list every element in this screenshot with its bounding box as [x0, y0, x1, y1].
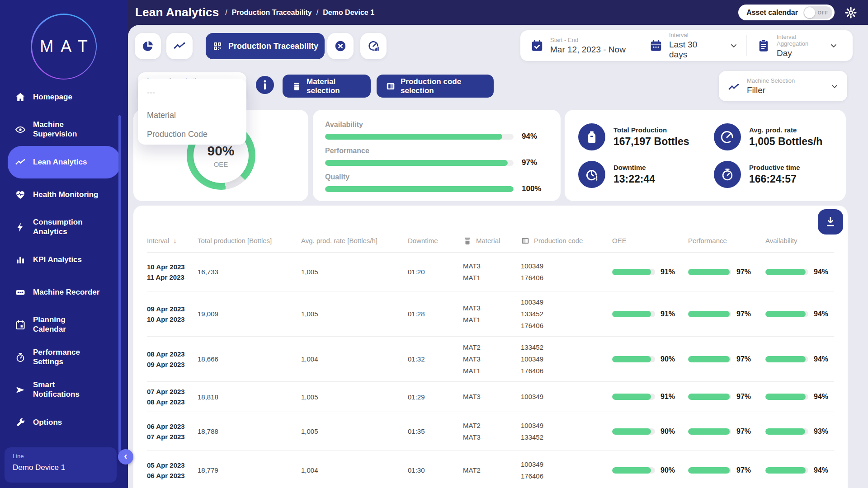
interval-aggregation-control[interactable]: Interval Aggregation Day: [746, 35, 853, 56]
traceability-table-card: Interval↓Total production [Bottles]Avg. …: [133, 206, 848, 488]
sidebar-item-lean-analytics[interactable]: Lean Analytics: [8, 146, 120, 178]
cell-availability-percent: 94%: [814, 466, 828, 474]
sidebar-item-smart-notifications[interactable]: Smart Notifications: [8, 374, 120, 406]
cell-oee-fill: [612, 311, 651, 317]
cell-oee-fill: [612, 467, 651, 474]
topbar-right: Asset calendar OFF: [738, 5, 857, 20]
sidebar-item-health-monitoring[interactable]: Health Monitoring: [8, 178, 120, 211]
production-code-value: 100349: [521, 296, 612, 308]
production-code-selection-button[interactable]: Production code selection: [377, 75, 494, 98]
home-icon: [15, 92, 26, 103]
date-controls-card: Start - End Mar 12, 2023 - Now Interval …: [520, 30, 853, 61]
oee-value: 90%: [207, 143, 234, 159]
cell-performance: 97%: [688, 393, 765, 401]
calendar-check-icon: [530, 39, 544, 52]
interval-aggregation-label: Interval Aggregation: [777, 33, 823, 47]
close-view-button[interactable]: [327, 33, 354, 59]
sidebar-item-label: KPI Analytics: [33, 255, 82, 265]
cell-availability: 94%: [765, 355, 834, 363]
column-header-oee: OEE: [612, 237, 688, 244]
cell-total-production: 18,779: [198, 466, 301, 474]
sidebar-item-label: Planning Calendar: [33, 315, 66, 334]
cell-performance-fill: [688, 356, 730, 362]
cell-availability-fill: [765, 269, 806, 275]
clipboard-icon: [757, 39, 770, 52]
sidebar-collapse-button[interactable]: ‹: [118, 449, 133, 465]
breadcrumb-item-section[interactable]: Production Traceability: [232, 9, 312, 17]
column-header-label: Interval: [147, 237, 169, 244]
cell-performance: 97%: [688, 427, 765, 436]
download-button[interactable]: [818, 209, 843, 235]
cell-performance-fill: [688, 394, 730, 400]
sidebar-item-machine-recorder[interactable]: Machine Recorder: [8, 276, 120, 309]
pie-view-button[interactable]: [135, 33, 161, 59]
kpi-stat-value: 166:24:57: [749, 173, 800, 185]
sidebar-item-options[interactable]: Options: [8, 406, 120, 439]
cell-performance-percent: 97%: [736, 310, 751, 318]
material-value: MAT1: [463, 365, 521, 377]
send-icon: [15, 385, 26, 395]
sidebar-item-homepage[interactable]: Homepage: [8, 81, 120, 113]
interval-control[interactable]: Interval Last 30 days: [639, 35, 746, 56]
cell-avg-prod-rate: 1,005: [301, 268, 408, 276]
toggle-switch[interactable]: OFF: [803, 6, 832, 19]
cell-availability-percent: 94%: [814, 310, 828, 318]
sidebar-item-kpi-analytics[interactable]: KPI Analytics: [8, 244, 120, 276]
stopwatch-icon: [714, 161, 741, 188]
sidebar-item-performance-settings[interactable]: Performance Settings: [8, 341, 120, 374]
settings-gear-icon[interactable]: [844, 6, 857, 19]
table-row: 05 Apr 202306 Apr 202318,7791,00401:30MA…: [147, 451, 834, 488]
material-selection-button[interactable]: Material selection: [283, 75, 371, 98]
breadcrumb-item-device[interactable]: Demo Device 1: [323, 9, 374, 17]
aggregation-dropdown-menu: ---MaterialProduction Code: [138, 79, 246, 145]
device-selector-card[interactable]: Line Demo Device 1: [5, 447, 117, 483]
cell-performance-fill: [688, 428, 730, 435]
dropdown-option-production-code[interactable]: Production Code: [138, 125, 246, 144]
cell-material: MAT3: [463, 391, 521, 403]
kpi-bar-quality: Quality100%: [325, 173, 545, 193]
sidebar-scrollbar[interactable]: [118, 115, 121, 454]
cell-availability-fill: [765, 356, 806, 362]
kpi-stat-label: Downtime: [613, 164, 655, 171]
dropdown-option-material[interactable]: Material: [138, 106, 246, 125]
kpi-stat-avg-prod-rate: Avg. prod. rate1,005 Bottles/h: [714, 118, 841, 155]
interval-date: 09 Apr 2023: [147, 304, 198, 314]
chevron-down-icon: [830, 82, 839, 91]
cell-production-code: 100349176406: [521, 459, 612, 482]
cell-downtime: 01:35: [408, 427, 463, 435]
material-icon: [292, 81, 302, 91]
asset-calendar-toggle[interactable]: Asset calendar OFF: [738, 5, 835, 20]
interval-date: 05 Apr 2023: [147, 460, 198, 470]
trend-view-button[interactable]: [166, 33, 193, 59]
table-body: 10 Apr 202311 Apr 202316,7331,00501:20MA…: [147, 253, 834, 488]
kpi-bar-line: 94%: [325, 132, 545, 141]
production-traceability-view-button[interactable]: Production Traceability: [206, 33, 325, 59]
production-code-value: 176406: [521, 365, 612, 377]
material-value: MAT2: [463, 342, 521, 353]
material-value: MAT2: [463, 465, 521, 476]
sidebar-item-planning-calendar[interactable]: Planning Calendar: [8, 309, 120, 341]
info-button[interactable]: [256, 76, 274, 94]
start-end-control[interactable]: Start - End Mar 12, 2023 - Now: [520, 35, 639, 56]
cell-oee-percent: 90%: [660, 466, 675, 474]
cell-availability: 94%: [765, 393, 834, 401]
cell-production-code: 100349133452: [521, 420, 612, 443]
column-header-interval[interactable]: Interval↓: [147, 237, 198, 244]
cell-availability-fill: [765, 428, 805, 435]
device-selector-value: Demo Device 1: [13, 463, 108, 472]
kpi-bar-track: [325, 160, 514, 166]
dropdown-option-none[interactable]: ---: [138, 83, 246, 102]
machine-selection-control[interactable]: Machine Selection Filler: [719, 71, 847, 101]
cell-oee: 91%: [612, 393, 688, 401]
cell-oee-fill: [612, 428, 651, 435]
sidebar-item-consumption-analytics[interactable]: Consumption Analytics: [8, 211, 120, 244]
material-icon: [463, 236, 472, 245]
kpi-bar-fill: [325, 134, 502, 140]
traceability-grid-icon: [212, 41, 223, 52]
main-area: Lean Analytics / Production Traceability…: [128, 0, 868, 488]
sidebar-item-machine-supervision[interactable]: Machine Supervision: [8, 113, 120, 146]
gauge-view-button[interactable]: [360, 33, 387, 59]
interval-date: 09 Apr 2023: [147, 359, 198, 370]
kpi-bar-performance: Performance97%: [325, 147, 545, 167]
cell-material: MAT2MAT3MAT1: [463, 342, 521, 377]
